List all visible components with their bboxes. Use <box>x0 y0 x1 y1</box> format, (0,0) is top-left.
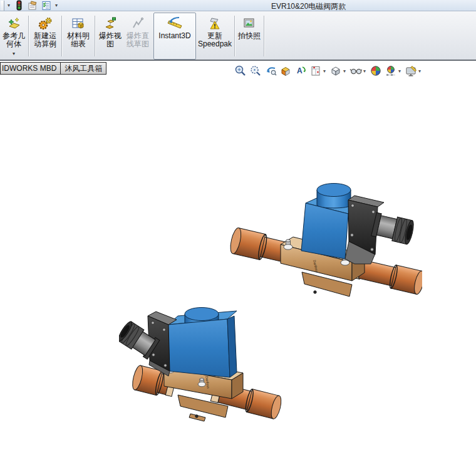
tab-label: 沐风工具箱 <box>65 63 102 74</box>
svg-text:A: A <box>297 66 303 75</box>
view-orientation-icon[interactable] <box>309 65 322 77</box>
chevron-down-icon[interactable]: ▾ <box>13 50 15 58</box>
bill-of-materials-icon <box>71 16 86 32</box>
chevron-down-icon[interactable]: ▾ <box>53 3 59 8</box>
view-settings-icon[interactable] <box>405 65 417 77</box>
toolbar-separator <box>234 16 235 56</box>
bill-of-materials-button[interactable]: 材料明 细表 <box>64 13 93 60</box>
section-view-icon[interactable] <box>279 65 292 77</box>
graphics-area[interactable]: IDWORKS MBD 沐风工具箱 A ▾ ▾ ▾ <box>0 62 476 467</box>
solenoid-coil[interactable] <box>168 308 237 378</box>
design-checker-icon[interactable] <box>41 1 52 11</box>
new-motion-study-button[interactable]: 新建运 动算例 <box>31 13 59 60</box>
model-valve-lower[interactable]: Danfoss <box>119 296 292 424</box>
chevron-down-icon[interactable]: ▾ <box>343 68 346 74</box>
new-motion-study-icon <box>37 16 53 32</box>
reference-geometry-button[interactable]: 参考几 何体 ▾ <box>1 13 26 60</box>
edit-note-icon[interactable] <box>27 1 38 11</box>
toolbar-separator <box>264 16 264 56</box>
toolbar-separator <box>28 16 29 56</box>
quick-access-toolbar: ▾ ▾ <box>0 0 59 11</box>
reference-geometry-icon <box>6 16 21 32</box>
zoom-to-fit-icon[interactable] <box>234 65 247 77</box>
chevron-down-icon[interactable]: ▾ <box>418 68 421 74</box>
button-label-line2: 细表 <box>71 40 86 48</box>
tab-mufeng-toolbox[interactable]: 沐风工具箱 <box>60 62 106 75</box>
toolbar-separator <box>95 16 95 56</box>
explode-line-sketch-icon <box>130 16 145 32</box>
title-bar: ▾ ▾ EVR10&20电磁阀两款 <box>0 0 476 11</box>
instant3d-button[interactable]: Instant3D <box>153 13 196 60</box>
instant3d-icon <box>165 16 184 32</box>
button-label-line2: 线草图 <box>127 40 149 48</box>
toolbar-separator <box>61 16 62 56</box>
explode-line-sketch-button: 爆炸直 线草图 <box>123 13 152 60</box>
tab-label: IDWORKS MBD <box>2 64 56 73</box>
take-snapshot-icon <box>242 16 257 32</box>
hide-show-items-icon[interactable] <box>349 65 362 77</box>
apply-scene-icon[interactable] <box>385 65 397 77</box>
exploded-view-icon <box>103 16 118 32</box>
button-label-line2: Speedpak <box>198 40 232 48</box>
edit-appearance-icon[interactable] <box>370 65 382 77</box>
toolbar-edge-sliver <box>1 1 4 11</box>
heads-up-view-toolbar: A ▾ ▾ ▾ ▾ ▾ <box>233 65 423 77</box>
tab-solidworks-mbd[interactable]: IDWORKS MBD <box>0 62 60 75</box>
button-label-line2: 动算例 <box>34 40 56 48</box>
model-valve-upper[interactable]: Danfoss <box>229 171 422 300</box>
chevron-down-icon[interactable]: ▾ <box>363 68 366 74</box>
chevron-down-icon[interactable]: ▾ <box>6 3 12 8</box>
cable-gland[interactable] <box>371 213 415 245</box>
commandmanager-tab-row: IDWORKS MBD 沐风工具箱 <box>0 62 106 75</box>
chevron-down-icon[interactable]: ▾ <box>323 68 326 74</box>
zoom-to-area-icon[interactable] <box>249 65 262 77</box>
button-label-line2: 图 <box>106 40 114 48</box>
take-snapshot-button[interactable]: 拍快照 <box>237 13 262 60</box>
exploded-view-button[interactable]: 爆炸视 图 <box>97 13 123 60</box>
display-style-icon[interactable] <box>329 65 342 77</box>
button-label-line2: 何体 <box>6 40 21 48</box>
command-manager-toolbar: 参考几 何体 ▾ 新建运 动算例 材料明 细表 爆炸视 图 爆炸直 线草图 <box>0 11 476 61</box>
previous-view-icon[interactable] <box>264 65 277 77</box>
update-speedpak-button[interactable]: 更新 Speedpak <box>197 13 232 60</box>
rebuild-traffic-light-icon[interactable] <box>13 1 24 11</box>
button-label-line1: 拍快照 <box>238 32 261 40</box>
update-speedpak-icon <box>207 16 223 32</box>
window-title: EVR10&20电磁阀两款 <box>271 1 346 12</box>
chevron-down-icon[interactable]: ▾ <box>398 68 401 74</box>
dynamic-annotation-views-icon[interactable]: A <box>294 65 307 77</box>
button-label-line1: Instant3D <box>158 32 190 40</box>
